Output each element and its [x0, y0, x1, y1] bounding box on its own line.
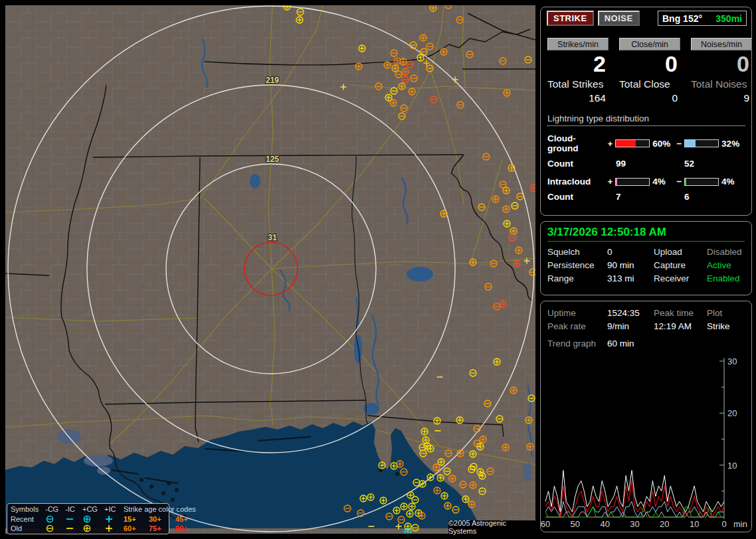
ic-pos-bar-track [615, 178, 650, 186]
cg-neg-count: 52 [684, 159, 694, 169]
ic-neg-bar-track [684, 178, 719, 186]
peak-rate-value: 9/min [607, 321, 654, 331]
strikes-per-min-chip[interactable]: Strikes/min [547, 38, 609, 50]
capture-label: Capture [654, 260, 707, 270]
legend-symbol-p [104, 514, 124, 524]
legend-symbol-cm [45, 524, 65, 534]
ic-neg-pct: 4% [721, 177, 745, 187]
map-symbol-legend: Symbols -CG -IC +CG +IC Strike age color… [7, 503, 169, 534]
distribution-title: Lightning type distribution [547, 114, 745, 126]
legend-row-old: Old60+75+90+ [11, 524, 165, 534]
cg-pos-count: 99 [616, 159, 626, 169]
peak-time-header: Peak time [654, 308, 707, 318]
legend-header-pos-ic: +IC [104, 504, 124, 514]
plus-sign: + [607, 177, 614, 187]
legend-age-45+: 45+ [175, 514, 202, 524]
counters-panel: STRIKE NOISE Bng 152° 350mi Strikes/min … [540, 7, 752, 216]
legend-header-row: Symbols -CG -IC +CG +IC Strike age color… [11, 504, 165, 514]
noise-mode-button[interactable]: NOISE [598, 11, 640, 26]
bearing-range-readout: Bng 152° 350mi [658, 11, 747, 26]
cg-neg-pct: 32% [721, 139, 745, 149]
cg-neg-bar-fill [685, 140, 696, 147]
minus-sign: − [676, 139, 683, 149]
map-canvas[interactable]: 31125219313 [5, 5, 535, 534]
bearing-value: Bng 152° [662, 13, 702, 24]
legend-age-15+: 15+ [124, 514, 149, 524]
legend-age-30+: 30+ [149, 514, 175, 524]
trend-xtick-40: 40 [600, 519, 609, 529]
legend-rows: Recent15+30+45+Old60+75+90+ [11, 514, 165, 534]
legend-age-75+: 75+ [149, 524, 175, 534]
trend-series-ic− [545, 506, 724, 517]
legend-row-recent: Recent15+30+45+ [11, 514, 165, 524]
datetime-display: 3/17/2026 12:50:18 AM [547, 226, 745, 242]
plot-mode-value: Strike [707, 321, 753, 331]
total-strikes-label: Total Strikes [547, 78, 609, 90]
cg-pos-bar-track [615, 139, 650, 147]
total-noises-value: 9 [691, 92, 752, 104]
intracloud-row: Intracloud + 4% − 4% [547, 177, 745, 187]
trend-series-cg+ [545, 481, 724, 517]
ic-neg-bar-fill [685, 179, 686, 185]
strike-mode-button[interactable]: STRIKE [547, 11, 594, 26]
strikes-per-min-value: 2 [547, 50, 609, 77]
persistence-value: 90 min [607, 260, 654, 270]
cloud-ground-count-row: Count 99 52 [547, 159, 745, 169]
legend-header-neg-cg: -CG [45, 504, 65, 514]
upload-status: Disabled [707, 247, 753, 257]
trend-xtick-50: 50 [571, 519, 580, 529]
noises-per-min-value: 0 [691, 50, 752, 77]
legend-symbol-m [65, 524, 82, 534]
copyright-strip: ©2005 Astrogenic Systems [448, 520, 535, 534]
range-ring-label-313: 313 [266, 5, 279, 6]
legend-row-label: Old [11, 524, 45, 534]
trend-xtick-20: 20 [660, 519, 669, 529]
trend-xtick-10: 10 [690, 519, 699, 529]
total-close-label: Total Close [619, 78, 680, 90]
minus-sign: − [676, 177, 683, 187]
strike-map[interactable]: 31125219313 Symbols -CG -IC +CG +IC Stri… [5, 5, 535, 534]
trend-series-cg− [545, 502, 724, 518]
legend-header-neg-ic: -IC [65, 504, 82, 514]
trend-ytick-20: 20 [727, 408, 737, 418]
count-label: Count [547, 192, 573, 202]
receiver-status: Enabled [707, 273, 753, 283]
total-noises-label: Total Noises [691, 78, 752, 90]
plot-header: Plot [707, 308, 753, 318]
noises-per-min-chip[interactable]: Noises/min [691, 38, 752, 50]
range-ring-label-31: 31 [268, 233, 277, 242]
ic-pos-bar-fill [616, 179, 617, 185]
trend-xtick-0: 0 [721, 519, 726, 529]
intracloud-label: Intracloud [547, 177, 607, 187]
uptime-label: Uptime [547, 308, 607, 318]
cloud-ground-label: Cloud-ground [547, 133, 607, 153]
trend-ytick-30: 30 [727, 356, 737, 366]
squelch-label: Squelch [547, 247, 607, 257]
peak-time-value: 12:19 AM [654, 321, 707, 331]
range-ring-label-219: 219 [266, 76, 279, 85]
legend-symbol-p [104, 524, 124, 534]
legend-header-pos-cg: +CG [82, 504, 104, 514]
close-per-min-chip[interactable]: Close/min [619, 38, 680, 50]
close-per-min-value: 0 [619, 50, 680, 77]
trend-series-ic+ [545, 512, 724, 517]
legend-age-60+: 60+ [124, 524, 149, 534]
legend-header-ages: Strike age color codes [124, 504, 202, 514]
persistence-label: Persistence [547, 260, 607, 270]
range-value: 350mi [715, 13, 742, 24]
trend-ytick-10: 10 [727, 461, 737, 471]
cloud-ground-row: Cloud-ground + 60% − 32% [547, 133, 745, 153]
trend-series-totalstrikes [545, 471, 724, 512]
count-label: Count [547, 159, 573, 169]
legend-row-label: Recent [11, 514, 45, 524]
trend-x-unit: min [733, 519, 747, 529]
legend-age-90+: 90+ [175, 524, 202, 534]
legend-symbol-m [65, 514, 82, 524]
trend-graph-label: Trend graph [547, 339, 607, 348]
app-window: { "toolbar": { "strike_label": "STRIKE",… [0, 0, 756, 539]
trend-window-value: 60 min [607, 339, 674, 348]
capture-status: Active [707, 260, 753, 270]
status-panel: 3/17/2026 12:50:18 AM Squelch 0 Upload D… [540, 221, 752, 295]
total-close-value: 0 [619, 92, 680, 104]
cg-pos-bar-fill [616, 140, 636, 147]
